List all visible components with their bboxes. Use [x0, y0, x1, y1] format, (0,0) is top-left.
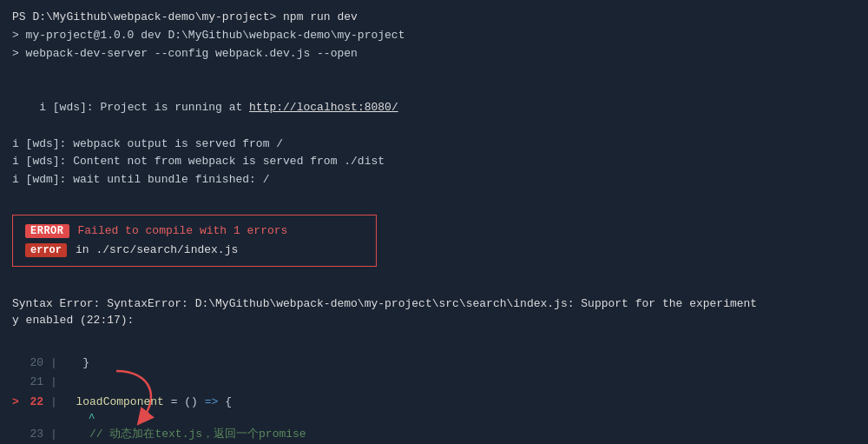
line-num-20: 20	[24, 354, 49, 373]
error-badge: ERROR	[25, 224, 69, 238]
caret-symbol: ^	[89, 412, 96, 426]
line-num-22: 22	[24, 393, 49, 412]
code-line-22: > 22 | loadComponent = () => {	[12, 393, 856, 412]
caret-line: | ^	[12, 412, 856, 426]
wds-line-2: i [wds]: webpack output is served from /	[12, 136, 856, 154]
wds-line-1: i [wds]: Project is running at http://lo…	[12, 81, 856, 135]
output-line-2: > webpack-dev-server --config webpack.de…	[12, 45, 856, 63]
blank-1	[12, 63, 856, 81]
code-area: 20 | } 21 | > 22 | loadComponent = () =>…	[12, 354, 856, 444]
syntax-error-text: Syntax Error: SyntaxError: D:\MyGithub\w…	[12, 295, 856, 329]
line-content-20: }	[62, 354, 89, 373]
blank-3	[12, 270, 856, 288]
localhost-url: http://localhost:8080/	[249, 101, 398, 114]
wds-prefix: i [wds]: Project is running at	[39, 101, 249, 114]
prompt-line: PS D:\MyGithub\webpack-demo\my-project> …	[12, 9, 856, 27]
code-arrow-21	[12, 373, 24, 392]
error-file-line: error in ./src/search/index.js	[25, 243, 364, 257]
code-arrow-20	[12, 354, 24, 373]
line-content-22: loadComponent = () => {	[62, 393, 232, 412]
code-line-21: 21 |	[12, 373, 856, 392]
error-message: Failed to compile with 1 errors	[78, 224, 288, 237]
error-file-path: in ./src/search/index.js	[76, 243, 238, 256]
wdm-line-1: i [wdm]: wait until bundle finished: /	[12, 171, 856, 189]
wds-line-3: i [wds]: Content not from webpack is ser…	[12, 153, 856, 171]
code-arrow-23	[12, 425, 24, 444]
error-lower-badge: error	[25, 243, 67, 257]
terminal: PS D:\MyGithub\webpack-demo\my-project> …	[0, 0, 868, 444]
blank-4	[12, 333, 856, 351]
output-line-1: > my-project@1.0.0 dev D:\MyGithub\webpa…	[12, 27, 856, 45]
line-num-23: 23	[24, 425, 49, 444]
code-line-23: 23 | // 动态加在text.js，返回一个promise	[12, 425, 856, 444]
code-arrow-22: >	[12, 393, 24, 412]
line-num-21: 21	[24, 373, 49, 392]
error-title-line: ERROR Failed to compile with 1 errors	[25, 224, 364, 238]
code-line-20: 20 | }	[12, 354, 856, 373]
blank-2	[12, 189, 856, 208]
line-content-23: // 动态加在text.js，返回一个promise	[62, 425, 306, 444]
error-box: ERROR Failed to compile with 1 errors er…	[12, 215, 377, 267]
